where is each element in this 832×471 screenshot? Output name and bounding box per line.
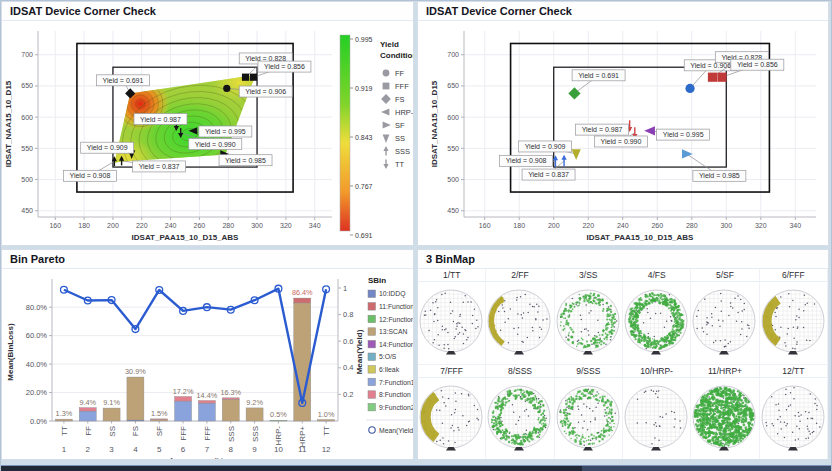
wafer-map-cell[interactable]: 3/SS xyxy=(555,269,623,365)
svg-text:Yield = 0.909: Yield = 0.909 xyxy=(525,143,566,150)
wafer-map-label: 4/FS xyxy=(623,269,690,282)
svg-text:5: 5 xyxy=(157,445,162,454)
svg-text:9.1%: 9.1% xyxy=(103,398,120,407)
svg-text:9.4%: 9.4% xyxy=(79,398,96,407)
panel-binmap: 3 BinMap 1/TT2/FF3/SS4/FS5/SF6/FFF7/FFF8… xyxy=(417,249,829,460)
svg-text:SSS: SSS xyxy=(395,147,410,156)
svg-text:TT: TT xyxy=(60,426,69,436)
wafer-map[interactable] xyxy=(623,282,690,364)
svg-text:3: 3 xyxy=(109,445,114,454)
wafer-map[interactable] xyxy=(760,378,827,460)
wafer-map[interactable] xyxy=(418,282,485,364)
wafer-map-cell[interactable]: 5/SF xyxy=(691,269,759,365)
svg-text:FFF: FFF xyxy=(395,82,409,91)
svg-text:12: 12 xyxy=(322,445,331,454)
wafer-map-label: 7/FFF xyxy=(418,365,485,378)
wafer-map[interactable] xyxy=(486,378,553,460)
wafer-map-cell[interactable]: 1/TT xyxy=(418,269,486,365)
svg-text:600: 600 xyxy=(21,114,33,121)
svg-text:Mean(Yield): Mean(Yield) xyxy=(355,329,364,374)
svg-text:320: 320 xyxy=(755,222,767,229)
svg-text:160: 160 xyxy=(479,222,491,229)
svg-text:Yield = 0.837: Yield = 0.837 xyxy=(139,163,180,170)
wafer-map[interactable] xyxy=(691,378,758,460)
wafer-map[interactable] xyxy=(623,378,690,460)
panel-header: Bin Pareto xyxy=(2,250,413,269)
corner-contour-plot[interactable]: 1601802002202402602803003203404505005506… xyxy=(2,21,413,246)
wafer-map[interactable] xyxy=(555,378,622,460)
svg-text:0.767: 0.767 xyxy=(355,183,373,190)
svg-text:12:Function4: 12:Function4 xyxy=(379,316,413,323)
yield-condition-legend[interactable]: YieldConditionFFFFFFSHRP-SFSSSSSTT xyxy=(380,40,413,169)
wafer-map-label: 12/TT xyxy=(760,365,827,378)
svg-text:Yield = 0.856: Yield = 0.856 xyxy=(737,61,778,68)
svg-text:Yield = 0.691: Yield = 0.691 xyxy=(578,72,619,79)
svg-text:Yield = 0.985: Yield = 0.985 xyxy=(225,157,266,164)
svg-text:FFF: FFF xyxy=(203,426,212,441)
bin-pareto-chart[interactable]: 0.0%20.0%40.0%60.0%80.0%0.20.40.60.811.3… xyxy=(2,269,413,460)
wafer-map[interactable] xyxy=(486,282,553,364)
wafer-map-cell[interactable]: 9/SSS xyxy=(555,365,623,460)
svg-text:0.843: 0.843 xyxy=(355,134,373,141)
svg-text:SSS: SSS xyxy=(251,426,260,442)
svg-text:SS: SS xyxy=(395,134,405,143)
svg-text:SF: SF xyxy=(155,426,164,436)
wafer-map-label: 6/FFF xyxy=(760,269,827,282)
wafer-map[interactable] xyxy=(418,378,485,460)
wafer-map-cell[interactable]: 2/FF xyxy=(486,269,554,365)
svg-text:240: 240 xyxy=(165,222,177,229)
wafer-map-cell[interactable]: 6/FFF xyxy=(760,269,828,365)
svg-text:IDSAT_NAA15_10_D15: IDSAT_NAA15_10_D15 xyxy=(430,80,439,167)
svg-text:7: 7 xyxy=(205,445,210,454)
svg-text:86.4%: 86.4% xyxy=(292,288,313,297)
wafer-map-cell[interactable]: 12/TT xyxy=(760,365,828,460)
svg-text:20.0%: 20.0% xyxy=(26,388,48,397)
svg-text:40.0%: 40.0% xyxy=(26,360,48,369)
wafer-map-label: 9/SSS xyxy=(555,365,622,378)
panel-title: IDSAT Device Corner Check xyxy=(426,5,572,17)
svg-text:9: 9 xyxy=(252,445,257,454)
svg-text:Condition: Condition xyxy=(380,51,413,60)
wafer-map-label: 11/HRP+ xyxy=(691,365,758,378)
wafer-map-cell[interactable]: 11/HRP+ xyxy=(691,365,759,460)
panel-title: 3 BinMap xyxy=(426,253,475,265)
corner-scatter-plot[interactable]: 1601802002202402602803003203404505005506… xyxy=(418,21,828,246)
panel-bin-pareto: Bin Pareto 0.0%20.0%40.0%60.0%80.0%0.20.… xyxy=(1,249,414,460)
svg-text:TT: TT xyxy=(322,426,331,436)
svg-text:650: 650 xyxy=(21,82,33,89)
wafer-map[interactable] xyxy=(691,282,758,364)
wafer-map-label: 1/TT xyxy=(418,269,485,282)
svg-text:4: 4 xyxy=(133,445,138,454)
svg-text:SS: SS xyxy=(108,426,117,437)
wafer-map-cell[interactable]: 10/HRP- xyxy=(623,365,691,460)
svg-text:450: 450 xyxy=(21,207,33,214)
svg-text:0.5%: 0.5% xyxy=(270,410,287,419)
svg-text:340: 340 xyxy=(789,222,801,229)
svg-text:280: 280 xyxy=(686,222,698,229)
wafer-map-cell[interactable]: 7/FFF xyxy=(418,365,486,460)
svg-text:700: 700 xyxy=(447,51,459,58)
wafer-map-cell[interactable]: 4/FS xyxy=(623,269,691,365)
svg-text:Yield = 0.856: Yield = 0.856 xyxy=(264,63,305,70)
sbin-legend[interactable]: SBin10:IDDQ11:Function312:Function413:SC… xyxy=(366,276,413,435)
svg-text:220: 220 xyxy=(582,222,594,229)
svg-text:9.2%: 9.2% xyxy=(246,398,263,407)
svg-text:7:Function1: 7:Function1 xyxy=(379,379,413,386)
svg-text:260: 260 xyxy=(194,222,206,229)
svg-text:180: 180 xyxy=(513,222,525,229)
svg-text:Yield = 0.906: Yield = 0.906 xyxy=(245,88,286,95)
svg-text:Yield = 0.990: Yield = 0.990 xyxy=(195,141,236,148)
wafer-map-label: 3/SS xyxy=(555,269,622,282)
panel-header: IDSAT Device Corner Check xyxy=(2,2,413,21)
svg-text:Yield = 0.995: Yield = 0.995 xyxy=(205,128,246,135)
window-bottom-scrollbar[interactable] xyxy=(1,465,831,471)
wafer-map[interactable] xyxy=(555,282,622,364)
svg-text:17.2%: 17.2% xyxy=(173,387,194,396)
svg-text:9:Function2: 9:Function2 xyxy=(379,404,413,411)
colorbar[interactable]: 0.9950.9190.8430.7670.691 xyxy=(340,35,373,239)
svg-text:HRP-: HRP- xyxy=(274,426,283,446)
wafer-map[interactable] xyxy=(760,282,827,364)
svg-text:300: 300 xyxy=(720,222,732,229)
wafer-map-label: 10/HRP- xyxy=(623,365,690,378)
wafer-map-cell[interactable]: 8/SSS xyxy=(486,365,554,460)
